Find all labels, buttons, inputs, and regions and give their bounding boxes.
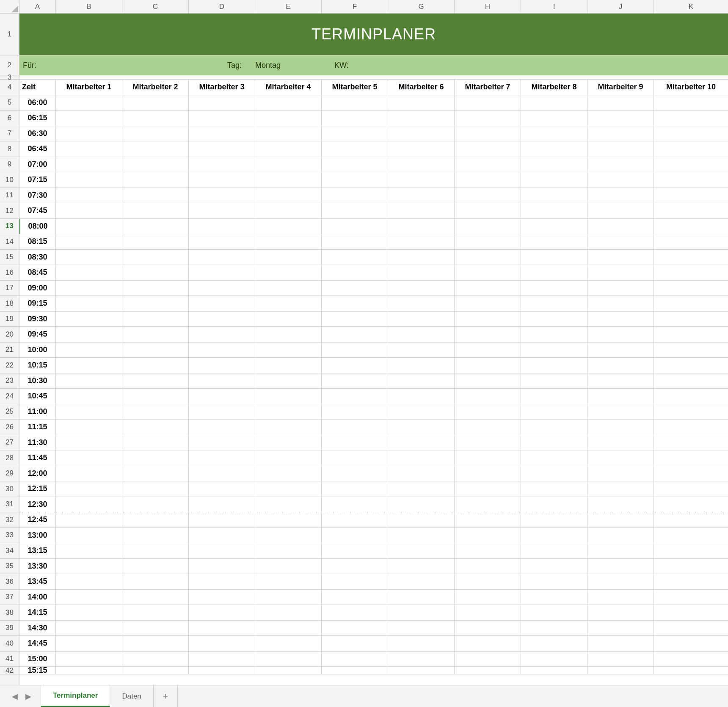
sheet-tab-terminplaner[interactable]: Terminplaner	[41, 685, 110, 707]
header-zeit[interactable]: Zeit	[19, 80, 56, 95]
data-cell[interactable]	[122, 528, 189, 543]
data-cell[interactable]	[587, 420, 654, 435]
data-cell[interactable]	[455, 110, 521, 126]
data-cell[interactable]	[587, 667, 654, 674]
time-cell[interactable]: 12:00	[19, 466, 56, 481]
data-cell[interactable]	[255, 543, 322, 558]
data-cell[interactable]	[587, 621, 654, 636]
data-cell[interactable]	[56, 296, 122, 311]
row-header-1[interactable]: 1	[0, 14, 19, 55]
data-cell[interactable]	[255, 95, 322, 110]
sheet-tab-daten[interactable]: Daten	[110, 685, 153, 707]
data-cell[interactable]	[455, 497, 521, 512]
data-cell[interactable]	[587, 466, 654, 481]
data-cell[interactable]	[189, 327, 255, 342]
data-cell[interactable]	[255, 667, 322, 674]
data-cell[interactable]	[255, 172, 322, 188]
data-cell[interactable]	[322, 281, 388, 296]
data-cell[interactable]	[455, 528, 521, 543]
data-cell[interactable]	[189, 296, 255, 311]
data-cell[interactable]	[587, 157, 654, 172]
data-cell[interactable]	[122, 250, 189, 265]
data-cell[interactable]	[122, 404, 189, 420]
header-m2[interactable]: Mitarbeiter 2	[122, 80, 189, 95]
data-cell[interactable]	[521, 250, 587, 265]
data-cell[interactable]	[455, 420, 521, 435]
data-cell[interactable]	[189, 250, 255, 265]
data-cell[interactable]	[255, 435, 322, 450]
data-cell[interactable]	[388, 327, 455, 342]
data-cell[interactable]	[654, 342, 728, 358]
data-cell[interactable]	[255, 605, 322, 620]
data-cell[interactable]	[521, 466, 587, 481]
data-cell[interactable]	[654, 435, 728, 450]
data-cell[interactable]	[189, 141, 255, 157]
table-row[interactable]: 12:15	[19, 481, 728, 497]
table-row[interactable]: 09:00	[19, 281, 728, 296]
data-cell[interactable]	[255, 110, 322, 126]
table-row[interactable]: 15:15	[19, 667, 728, 674]
data-cell[interactable]	[521, 203, 587, 218]
data-cell[interactable]	[388, 652, 455, 667]
data-cell[interactable]	[322, 234, 388, 249]
data-cell[interactable]	[654, 450, 728, 466]
data-cell[interactable]	[255, 126, 322, 141]
data-cell[interactable]	[388, 389, 455, 404]
data-cell[interactable]	[122, 219, 189, 234]
data-cell[interactable]	[189, 667, 255, 674]
data-cell[interactable]	[322, 312, 388, 327]
data-cell[interactable]	[56, 466, 122, 481]
table-row[interactable]: 10:00	[19, 342, 728, 358]
data-cell[interactable]	[388, 466, 455, 481]
data-cell[interactable]	[56, 157, 122, 172]
title-row[interactable]: TERMINPLANER	[19, 14, 728, 55]
header-m6[interactable]: Mitarbeiter 6	[388, 80, 455, 95]
data-cell[interactable]	[455, 481, 521, 497]
table-row[interactable]: 12:30	[19, 497, 728, 513]
data-cell[interactable]	[388, 296, 455, 311]
data-cell[interactable]	[388, 234, 455, 249]
data-cell[interactable]	[587, 188, 654, 203]
table-row[interactable]: 10:45	[19, 389, 728, 404]
data-cell[interactable]	[189, 574, 255, 589]
data-cell[interactable]	[455, 203, 521, 218]
data-cell[interactable]	[388, 543, 455, 558]
table-row[interactable]: 11:00	[19, 404, 728, 420]
data-cell[interactable]	[255, 466, 322, 481]
col-header-G[interactable]: G	[388, 0, 455, 13]
table-row[interactable]: 14:30	[19, 621, 728, 636]
data-cell[interactable]	[654, 358, 728, 373]
data-cell[interactable]	[189, 234, 255, 249]
col-header-K[interactable]: K	[654, 0, 728, 13]
data-cell[interactable]	[255, 652, 322, 667]
data-cell[interactable]	[255, 512, 322, 527]
data-cell[interactable]	[322, 327, 388, 342]
data-cell[interactable]	[388, 126, 455, 141]
data-cell[interactable]	[56, 450, 122, 466]
data-cell[interactable]	[255, 574, 322, 589]
time-cell[interactable]: 12:45	[19, 512, 56, 527]
data-cell[interactable]	[587, 281, 654, 296]
data-cell[interactable]	[122, 95, 189, 110]
data-cell[interactable]	[122, 126, 189, 141]
data-cell[interactable]	[388, 450, 455, 466]
data-cell[interactable]	[388, 420, 455, 435]
header-m1[interactable]: Mitarbeiter 1	[56, 80, 122, 95]
col-header-C[interactable]: C	[122, 0, 189, 13]
data-cell[interactable]	[255, 389, 322, 404]
data-cell[interactable]	[455, 512, 521, 527]
col-header-I[interactable]: I	[521, 0, 587, 13]
time-cell[interactable]: 06:15	[19, 110, 56, 126]
time-cell[interactable]: 10:00	[19, 342, 56, 358]
data-cell[interactable]	[388, 110, 455, 126]
data-cell[interactable]	[455, 327, 521, 342]
row-header-6[interactable]: 6	[0, 110, 19, 126]
data-cell[interactable]	[587, 234, 654, 249]
table-row[interactable]: 08:00	[19, 219, 728, 235]
data-cell[interactable]	[122, 296, 189, 311]
data-cell[interactable]	[255, 420, 322, 435]
row-header-41[interactable]: 41	[0, 652, 19, 667]
row-header-32[interactable]: 32	[0, 512, 19, 528]
data-cell[interactable]	[388, 203, 455, 218]
data-cell[interactable]	[122, 497, 189, 512]
